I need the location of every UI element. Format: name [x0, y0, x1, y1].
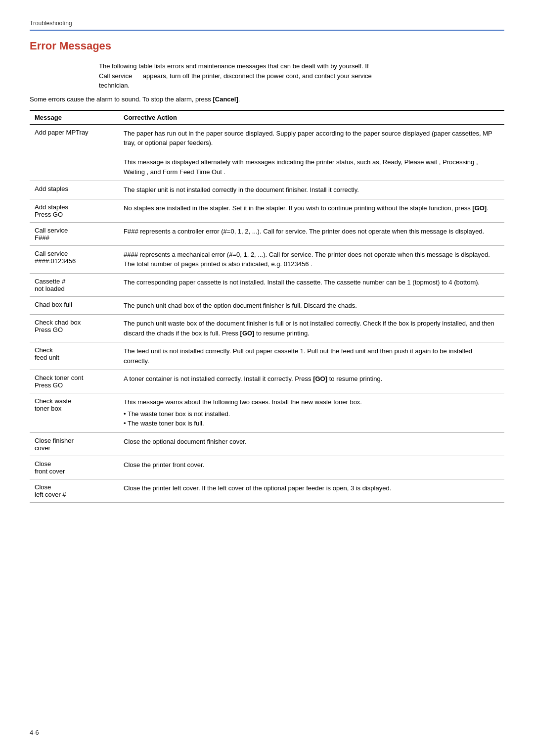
intro-line3: technician.	[99, 82, 130, 89]
action-bold-keyword: [GO]	[313, 375, 327, 382]
message-cell: Close finisher cover	[30, 432, 119, 456]
message-cell: Chad box full	[30, 296, 119, 315]
action-text: No staples are installed in the stapler.…	[124, 204, 472, 212]
action-text: The feed unit is not installed correctly…	[124, 347, 472, 365]
action-cell: Close the printer left cover. If the lef…	[119, 479, 504, 502]
message-cell: Add staples Press GO	[30, 199, 119, 222]
action-text: The punch unit chad box of the option do…	[124, 302, 357, 309]
message-cell: Check toner cont Press GO	[30, 370, 119, 393]
action-bold-keyword: [GO]	[472, 204, 487, 212]
message-cell: Close left cover #	[30, 479, 119, 502]
message-cell: Add staples	[30, 181, 119, 199]
action-text: The paper has run out in the paper sourc…	[124, 130, 492, 176]
table-row: Call service F###F### represents a contr…	[30, 222, 504, 245]
action-cell: F### represents a controller error (#=0,…	[119, 222, 504, 245]
table-row: Close finisher coverClose the optional d…	[30, 432, 504, 456]
action-text: Close the printer front cover.	[124, 461, 204, 469]
bullet-item: The waste toner box is full.	[124, 419, 499, 428]
action-text: to resume printing.	[254, 330, 309, 337]
table-row: Call service ####:0123456#### represents…	[30, 245, 504, 273]
action-text: The stapler unit is not installed correc…	[124, 186, 359, 193]
action-cell: The feed unit is not installed correctly…	[119, 342, 504, 370]
table-row: Check chad box Press GOThe punch unit wa…	[30, 315, 504, 342]
action-cell: The paper has run out in the paper sourc…	[119, 124, 504, 181]
bullet-item: The waste toner box is not installed.	[124, 409, 499, 419]
action-cell: This message warns about the following t…	[119, 393, 504, 433]
action-text: to resume printing.	[327, 375, 382, 382]
col-message-header: Message	[30, 110, 119, 125]
message-cell: Close front cover	[30, 456, 119, 479]
action-cell: No staples are installed in the stapler.…	[119, 199, 504, 222]
action-cell: Close the optional document finisher cov…	[119, 432, 504, 456]
page-title: Error Messages	[30, 40, 504, 52]
table-row: Add paper MPTrayThe paper has run out in…	[30, 124, 504, 181]
message-cell: Call service ####:0123456	[30, 245, 119, 273]
action-cell: #### represents a mechanical error (#=0,…	[119, 245, 504, 273]
action-cell: The punch unit waste box of the document…	[119, 315, 504, 342]
error-table: Message Corrective Action Add paper MPTr…	[30, 110, 504, 503]
col-action-header: Corrective Action	[119, 110, 504, 125]
action-text: .	[487, 204, 489, 212]
intro-line1: The following table lists errors and mai…	[99, 62, 369, 70]
breadcrumb: Troubleshooting	[30, 20, 504, 27]
action-bold-keyword: [GO]	[240, 330, 255, 337]
section-divider	[30, 30, 504, 31]
message-cell: Check chad box Press GO	[30, 315, 119, 342]
table-row: Close left cover #Close the printer left…	[30, 479, 504, 502]
action-cell: The stapler unit is not installed correc…	[119, 181, 504, 199]
table-row: Close front coverClose the printer front…	[30, 456, 504, 479]
message-cell: Cassette # not loaded	[30, 273, 119, 296]
action-text: A toner container is not installed corre…	[124, 375, 313, 382]
action-cell: A toner container is not installed corre…	[119, 370, 504, 393]
action-cell: The punch unit chad box of the option do…	[119, 296, 504, 315]
action-cell: The corresponding paper cassette is not …	[119, 273, 504, 296]
action-prefix: This message warns about the following t…	[124, 398, 362, 406]
table-row: Check waste toner boxThis message warns …	[30, 393, 504, 433]
intro-call-service: Call service	[99, 72, 132, 80]
action-text: F### represents a controller error (#=0,…	[124, 228, 484, 235]
action-bullet-list: The waste toner box is not installed.The…	[124, 409, 499, 428]
intro-text: The following table lists errors and mai…	[99, 61, 504, 91]
table-row: Add staplesThe stapler unit is not insta…	[30, 181, 504, 199]
table-row: Cassette # not loadedThe corresponding p…	[30, 273, 504, 296]
message-cell: Call service F###	[30, 222, 119, 245]
message-cell: Add paper MPTray	[30, 124, 119, 181]
message-cell: Check feed unit	[30, 342, 119, 370]
action-cell: Close the printer front cover.	[119, 456, 504, 479]
table-row: Check feed unitThe feed unit is not inst…	[30, 342, 504, 370]
action-text: Close the printer left cover. If the lef…	[124, 484, 391, 492]
action-text: The corresponding paper cassette is not …	[124, 279, 480, 286]
table-row: Chad box fullThe punch unit chad box of …	[30, 296, 504, 315]
cancel-bold: [Cancel]	[213, 95, 238, 103]
table-row: Add staples Press GONo staples are insta…	[30, 199, 504, 222]
intro-line2: appears, turn off the printer, disconnec…	[143, 72, 372, 80]
action-text: Close the optional document finisher cov…	[124, 438, 247, 445]
footer-page-number: 4-6	[30, 729, 39, 736]
table-row: Check toner cont Press GOA toner contain…	[30, 370, 504, 393]
alarm-text: Some errors cause the alarm to sound. To…	[30, 95, 504, 103]
message-cell: Check waste toner box	[30, 393, 119, 433]
action-text: #### represents a mechanical error (#=0,…	[124, 251, 490, 268]
